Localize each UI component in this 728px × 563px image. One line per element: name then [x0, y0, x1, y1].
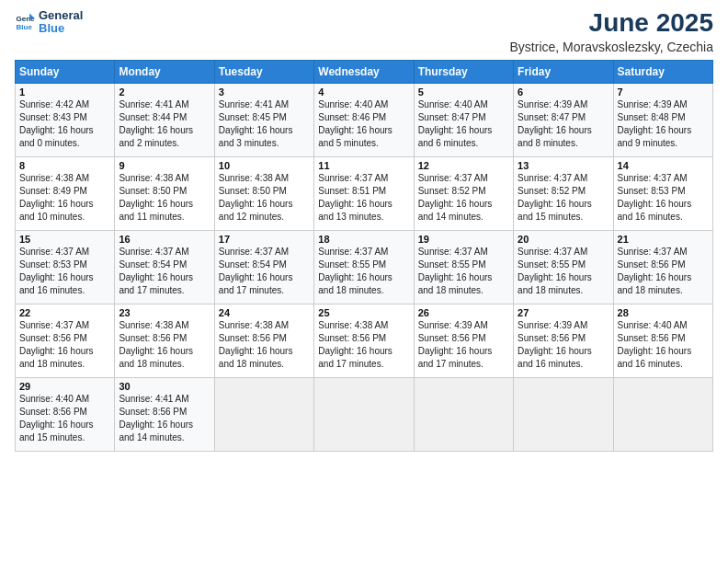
day-number: 29 [19, 381, 110, 392]
day-number: 6 [518, 86, 609, 98]
day-number: 27 [518, 307, 609, 318]
calendar-cell [514, 377, 613, 451]
calendar-cell: 12Sunrise: 4:37 AMSunset: 8:52 PMDayligh… [414, 156, 513, 230]
calendar-cell: 16Sunrise: 4:37 AMSunset: 8:54 PMDayligh… [115, 230, 214, 304]
day-info: Sunrise: 4:39 AMSunset: 8:56 PMDaylight:… [518, 319, 609, 371]
calendar-cell: 7Sunrise: 4:39 AMSunset: 8:48 PMDaylight… [613, 83, 712, 156]
calendar-cell [613, 377, 712, 451]
calendar-cell: 8Sunrise: 4:38 AMSunset: 8:49 PMDaylight… [16, 156, 115, 230]
calendar-week-4: 22Sunrise: 4:37 AMSunset: 8:56 PMDayligh… [16, 304, 713, 377]
day-info: Sunrise: 4:37 AMSunset: 8:54 PMDaylight:… [119, 246, 210, 297]
day-info: Sunrise: 4:39 AMSunset: 8:56 PMDaylight:… [418, 319, 509, 371]
calendar-cell [314, 377, 414, 451]
main-title: June 2025 [510, 9, 713, 38]
calendar-cell: 1Sunrise: 4:42 AMSunset: 8:43 PMDaylight… [16, 83, 115, 156]
day-info: Sunrise: 4:42 AMSunset: 8:43 PMDaylight:… [19, 98, 110, 150]
day-info: Sunrise: 4:37 AMSunset: 8:55 PMDaylight:… [518, 246, 609, 297]
day-number: 14 [618, 160, 709, 171]
calendar-table: SundayMondayTuesdayWednesdayThursdayFrid… [15, 60, 713, 452]
calendar-cell: 26Sunrise: 4:39 AMSunset: 8:56 PMDayligh… [414, 304, 513, 377]
day-number: 16 [119, 234, 210, 245]
day-info: Sunrise: 4:37 AMSunset: 8:56 PMDaylight:… [19, 319, 110, 371]
calendar-week-1: 1Sunrise: 4:42 AMSunset: 8:43 PMDaylight… [16, 83, 713, 156]
calendar-cell: 13Sunrise: 4:37 AMSunset: 8:52 PMDayligh… [514, 156, 613, 230]
day-info: Sunrise: 4:41 AMSunset: 8:56 PMDaylight:… [119, 393, 210, 444]
day-number: 28 [618, 307, 709, 318]
calendar-cell: 20Sunrise: 4:37 AMSunset: 8:55 PMDayligh… [514, 230, 613, 304]
day-number: 5 [418, 86, 509, 98]
day-info: Sunrise: 4:38 AMSunset: 8:50 PMDaylight:… [219, 172, 310, 224]
day-number: 7 [618, 86, 709, 98]
day-info: Sunrise: 4:38 AMSunset: 8:56 PMDaylight:… [219, 319, 310, 371]
day-info: Sunrise: 4:40 AMSunset: 8:56 PMDaylight:… [19, 393, 110, 444]
day-info: Sunrise: 4:40 AMSunset: 8:46 PMDaylight:… [318, 98, 409, 150]
header: General Blue General Blue June 2025 Byst… [15, 9, 713, 54]
calendar-cell: 29Sunrise: 4:40 AMSunset: 8:56 PMDayligh… [16, 377, 115, 451]
calendar-cell: 18Sunrise: 4:37 AMSunset: 8:55 PMDayligh… [314, 230, 414, 304]
logo: General Blue General Blue [15, 9, 83, 36]
day-info: Sunrise: 4:37 AMSunset: 8:55 PMDaylight:… [318, 246, 409, 297]
day-number: 24 [219, 307, 310, 318]
calendar-cell: 9Sunrise: 4:38 AMSunset: 8:50 PMDaylight… [115, 156, 214, 230]
calendar-cell [414, 377, 513, 451]
day-info: Sunrise: 4:38 AMSunset: 8:56 PMDaylight:… [119, 319, 210, 371]
calendar-cell: 22Sunrise: 4:37 AMSunset: 8:56 PMDayligh… [16, 304, 115, 377]
title-block: June 2025 Bystrice, Moravskoslezsky, Cze… [510, 9, 713, 54]
day-number: 12 [418, 160, 509, 171]
logo-icon: General Blue [15, 12, 35, 32]
day-number: 20 [518, 234, 609, 245]
calendar-cell: 3Sunrise: 4:41 AMSunset: 8:45 PMDaylight… [214, 83, 313, 156]
calendar-header-thursday: Thursday [414, 60, 513, 83]
calendar-header-wednesday: Wednesday [314, 60, 414, 83]
calendar-header-tuesday: Tuesday [214, 60, 313, 83]
calendar-cell: 24Sunrise: 4:38 AMSunset: 8:56 PMDayligh… [214, 304, 313, 377]
day-info: Sunrise: 4:37 AMSunset: 8:55 PMDaylight:… [418, 246, 509, 297]
calendar-week-5: 29Sunrise: 4:40 AMSunset: 8:56 PMDayligh… [16, 377, 713, 451]
calendar-cell: 19Sunrise: 4:37 AMSunset: 8:55 PMDayligh… [414, 230, 513, 304]
day-info: Sunrise: 4:41 AMSunset: 8:44 PMDaylight:… [119, 98, 210, 150]
calendar-cell: 10Sunrise: 4:38 AMSunset: 8:50 PMDayligh… [214, 156, 313, 230]
subtitle: Bystrice, Moravskoslezsky, Czechia [510, 40, 713, 54]
day-number: 25 [318, 307, 409, 318]
day-info: Sunrise: 4:40 AMSunset: 8:56 PMDaylight:… [618, 319, 709, 371]
day-number: 1 [19, 86, 110, 98]
day-info: Sunrise: 4:40 AMSunset: 8:47 PMDaylight:… [418, 98, 509, 150]
day-info: Sunrise: 4:37 AMSunset: 8:52 PMDaylight:… [518, 172, 609, 224]
day-info: Sunrise: 4:39 AMSunset: 8:48 PMDaylight:… [618, 98, 709, 150]
day-number: 15 [19, 234, 110, 245]
logo-text: General Blue [39, 9, 83, 36]
day-info: Sunrise: 4:38 AMSunset: 8:56 PMDaylight:… [318, 319, 409, 371]
svg-text:Blue: Blue [16, 23, 32, 31]
calendar-header-monday: Monday [115, 60, 214, 83]
day-number: 30 [119, 381, 210, 392]
day-number: 2 [119, 86, 210, 98]
day-number: 10 [219, 160, 310, 171]
calendar-cell: 15Sunrise: 4:37 AMSunset: 8:53 PMDayligh… [16, 230, 115, 304]
day-info: Sunrise: 4:37 AMSunset: 8:56 PMDaylight:… [618, 246, 709, 297]
calendar-cell: 11Sunrise: 4:37 AMSunset: 8:51 PMDayligh… [314, 156, 414, 230]
day-number: 22 [19, 307, 110, 318]
day-number: 11 [318, 160, 409, 171]
day-number: 9 [119, 160, 210, 171]
day-number: 19 [418, 234, 509, 245]
day-number: 21 [618, 234, 709, 245]
calendar-cell: 14Sunrise: 4:37 AMSunset: 8:53 PMDayligh… [613, 156, 712, 230]
day-info: Sunrise: 4:37 AMSunset: 8:51 PMDaylight:… [318, 172, 409, 224]
calendar-header-saturday: Saturday [613, 60, 712, 83]
day-info: Sunrise: 4:38 AMSunset: 8:50 PMDaylight:… [119, 172, 210, 224]
calendar-week-3: 15Sunrise: 4:37 AMSunset: 8:53 PMDayligh… [16, 230, 713, 304]
calendar-week-2: 8Sunrise: 4:38 AMSunset: 8:49 PMDaylight… [16, 156, 713, 230]
calendar-cell: 17Sunrise: 4:37 AMSunset: 8:54 PMDayligh… [214, 230, 313, 304]
day-info: Sunrise: 4:41 AMSunset: 8:45 PMDaylight:… [219, 98, 310, 150]
calendar-cell: 25Sunrise: 4:38 AMSunset: 8:56 PMDayligh… [314, 304, 414, 377]
day-number: 18 [318, 234, 409, 245]
day-number: 23 [119, 307, 210, 318]
calendar-cell: 28Sunrise: 4:40 AMSunset: 8:56 PMDayligh… [613, 304, 712, 377]
calendar-header-friday: Friday [514, 60, 613, 83]
page: General Blue General Blue June 2025 Byst… [0, 0, 728, 563]
day-info: Sunrise: 4:39 AMSunset: 8:47 PMDaylight:… [518, 98, 609, 150]
calendar-header-row: SundayMondayTuesdayWednesdayThursdayFrid… [16, 60, 713, 83]
day-info: Sunrise: 4:37 AMSunset: 8:53 PMDaylight:… [618, 172, 709, 224]
calendar-cell [214, 377, 313, 451]
day-number: 3 [219, 86, 310, 98]
